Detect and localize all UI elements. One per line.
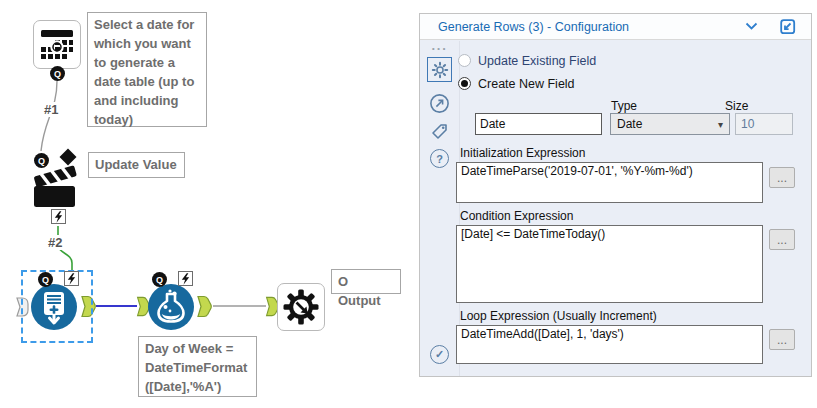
radio-update-existing-label[interactable]: Update Existing Field — [478, 54, 596, 68]
condition-expression-box[interactable]: [Date] <= DateTimeToday() — [456, 225, 763, 303]
field-name-input[interactable] — [475, 113, 602, 135]
type-dropdown-value: Date — [617, 117, 642, 131]
condition-expression-editor-button[interactable]: ... — [769, 229, 795, 250]
panel-sidebar: ··· — [420, 41, 460, 376]
initialization-expression-editor-button[interactable]: ... — [769, 167, 795, 188]
lightning-icon — [67, 273, 76, 285]
chevron-down-icon: ▾ — [718, 119, 723, 130]
formula-tool[interactable] — [148, 284, 194, 330]
formula-action-anchor[interactable] — [178, 271, 193, 286]
gear-arrow-icon — [281, 287, 321, 327]
drag-handle-dots-icon[interactable]: ··· — [432, 44, 448, 56]
loop-expression-label: Loop Expression (Usually Increment) — [460, 309, 657, 323]
generate-rows-selection-box — [21, 270, 93, 343]
check-glyph: ✓ — [435, 348, 444, 361]
question-mark-glyph: ? — [436, 153, 443, 165]
generate-rows-action-anchor[interactable] — [64, 271, 79, 286]
question-anchor[interactable]: Q — [152, 272, 167, 287]
initialization-expression-label: Initialization Expression — [460, 146, 585, 160]
circle-arrow-icon — [429, 93, 450, 114]
validation-check-icon: ✓ — [430, 345, 449, 364]
loop-expression-editor-button[interactable]: ... — [769, 329, 795, 350]
formula-annotation[interactable]: Day of Week = DateTimeFormat ([Date],'%A… — [138, 336, 257, 397]
date-input-tool[interactable] — [33, 20, 81, 69]
lightning-icon — [181, 273, 190, 285]
macro-output-label[interactable]: O Output — [331, 269, 401, 294]
formula-output-anchor[interactable] — [197, 295, 212, 318]
connection-2-label: #2 — [47, 235, 63, 250]
type-dropdown[interactable]: Date ▾ — [610, 113, 730, 135]
clapperboard-icon — [31, 163, 81, 209]
gear-icon — [431, 61, 449, 79]
action-tool-label[interactable]: Update Value — [88, 152, 185, 178]
action-tool[interactable] — [31, 163, 81, 213]
question-anchor[interactable]: Q — [34, 153, 49, 168]
flask-icon — [148, 284, 194, 330]
loop-expression-box[interactable]: DateTimeAdd([Date], 1, 'days') — [456, 325, 763, 364]
radio-create-new-field[interactable] — [458, 77, 471, 90]
question-anchor[interactable]: Q — [50, 66, 65, 81]
radio-update-existing-field[interactable] — [458, 54, 471, 67]
configuration-panel: Generate Rows (3) - Configuration ··· — [419, 13, 812, 377]
popout-window-icon[interactable] — [778, 17, 797, 36]
type-label: Type — [611, 99, 637, 113]
configuration-panel-header: Generate Rows (3) - Configuration — [420, 14, 811, 40]
alteryx-designer: Select a date for which you want to gene… — [0, 0, 817, 408]
tab-configuration-selected[interactable] — [427, 57, 452, 82]
tab-help[interactable]: ? — [430, 149, 449, 168]
condition-expression-label: Condition Expression — [460, 209, 573, 223]
tab-annotation[interactable] — [429, 121, 450, 142]
lightning-icon — [54, 211, 63, 223]
initialization-expression-box[interactable]: DateTimeParse('2019-07-01', '%Y-%m-%d') — [456, 162, 763, 203]
size-input — [735, 113, 793, 135]
comment-box[interactable]: Select a date for which you want to gene… — [87, 12, 207, 127]
collapse-chevron-icon[interactable] — [745, 22, 758, 31]
tag-icon — [429, 121, 450, 142]
radio-create-new-label[interactable]: Create New Field — [478, 77, 575, 91]
action-output-anchor[interactable] — [51, 209, 66, 224]
connection-1-label: #1 — [43, 102, 59, 117]
macro-output-tool[interactable] — [277, 283, 325, 331]
panel-title: Generate Rows (3) - Configuration — [420, 20, 629, 34]
tab-navigation[interactable] — [429, 93, 450, 114]
question-anchor[interactable]: Q — [38, 272, 53, 287]
size-label: Size — [725, 99, 748, 113]
calendar-icon — [39, 27, 75, 63]
